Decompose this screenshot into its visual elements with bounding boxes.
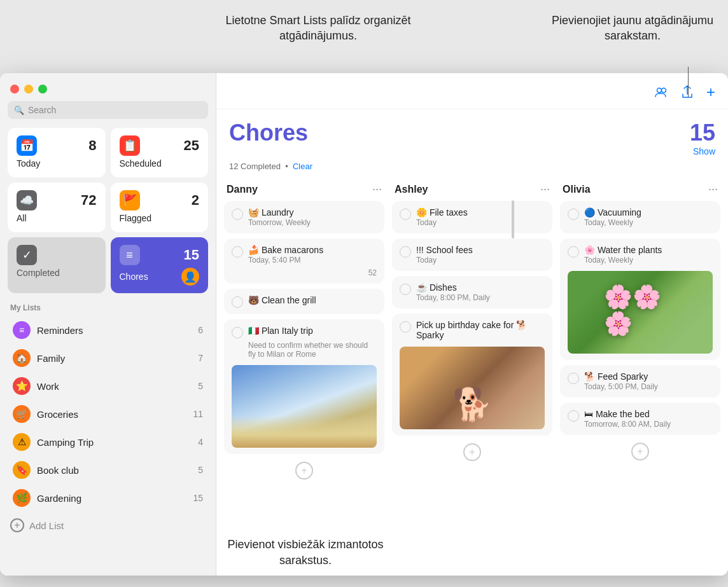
sidebar-item-family[interactable]: 🏠 Family 7 <box>3 344 213 372</box>
fees-checkbox[interactable] <box>400 246 411 258</box>
macarons-checkbox[interactable] <box>232 246 243 258</box>
flowers-image <box>568 271 713 354</box>
app-window: 🔍 Search 📅 8 Today 📋 25 Scheduled <box>0 73 728 576</box>
work-label: Work <box>37 381 192 392</box>
dog-image <box>400 347 545 429</box>
list-header: Chores 15 Show <box>216 109 728 162</box>
sidebar-item-work[interactable]: ⭐ Work 5 <box>3 372 213 400</box>
list-title: Chores <box>229 120 308 146</box>
chores-icon: ≡ <box>120 245 140 265</box>
groceries-count: 11 <box>193 409 203 419</box>
macarons-title: 🍰 Bake macarons <box>248 245 377 255</box>
main-content: + Chores 15 Show 12 Completed • Clear Da… <box>216 73 728 576</box>
sidebar-item-gardening[interactable]: 🌿 Gardening 15 <box>3 484 213 512</box>
completed-icon: ✓ <box>17 245 37 265</box>
gardening-label: Gardening <box>37 493 186 504</box>
ashley-add-reminder[interactable]: + <box>463 443 481 461</box>
laundry-checkbox[interactable] <box>232 209 243 220</box>
clear-link[interactable]: Clear <box>293 162 312 171</box>
italy-title: 🇮🇹 Plan Italy trip <box>248 326 377 336</box>
scrollbar[interactable] <box>512 200 514 238</box>
feed-checkbox[interactable] <box>568 373 579 384</box>
column-ashley: Ashley ··· 🌼 File taxes Today <box>392 179 552 568</box>
svg-point-0 <box>657 88 661 93</box>
reminder-taxes[interactable]: 🌼 File taxes Today <box>392 201 552 233</box>
sidebar-item-flagged[interactable]: 🚩 2 Flagged <box>111 183 209 232</box>
dishes-sub: Today, 8:00 PM, Daily <box>416 293 545 302</box>
macarons-badge: 52 <box>232 268 377 277</box>
dishes-title: ☕ Dishes <box>416 282 545 293</box>
reminder-cake[interactable]: Pick up birthday cake for 🐕 Sparky <box>392 314 552 436</box>
column-danny: Danny ··· 🧺 Laundry Tomorrow, Weekly <box>224 179 384 568</box>
plants-checkbox[interactable] <box>568 246 579 258</box>
reminder-bed[interactable]: 🛏 Make the bed Tomorrow, 8:00 AM, Daily <box>560 403 720 435</box>
reminder-laundry[interactable]: 🧺 Laundry Tomorrow, Weekly <box>224 201 384 233</box>
taxes-checkbox[interactable] <box>400 209 411 220</box>
sidebar-item-groceries[interactable]: 🛒 Groceries 11 <box>3 400 213 428</box>
camping-count: 4 <box>198 437 203 447</box>
sidebar-item-camping[interactable]: ⚠ Camping Trip 4 <box>3 428 213 456</box>
sidebar-item-all[interactable]: ☁️ 72 All <box>8 183 106 232</box>
reminder-italy[interactable]: 🇮🇹 Plan Italy trip Need to confirm wheth… <box>224 319 384 454</box>
column-header-ashley: Ashley ··· <box>392 179 552 201</box>
minimize-button[interactable] <box>24 85 33 93</box>
vacuuming-checkbox[interactable] <box>568 209 579 220</box>
camping-label: Camping Trip <box>37 437 192 448</box>
maximize-button[interactable] <box>38 85 47 93</box>
reminders-label: Reminders <box>37 325 192 336</box>
ashley-menu-button[interactable]: ··· <box>540 183 550 196</box>
reminder-dishes[interactable]: ☕ Dishes Today, 8:00 PM, Daily <box>392 276 552 308</box>
reminder-macarons[interactable]: 🍰 Bake macarons Today, 5:40 PM 52 <box>224 238 384 284</box>
bed-checkbox[interactable] <box>568 410 579 422</box>
add-list-button[interactable]: + Add List <box>0 513 216 537</box>
sidebar-item-completed[interactable]: ✓ Completed <box>8 237 106 293</box>
add-reminder-button[interactable]: + <box>704 81 718 104</box>
search-bar[interactable]: 🔍 Search <box>8 101 208 119</box>
italy-checkbox[interactable] <box>232 327 243 338</box>
sidebar-item-scheduled[interactable]: 📋 25 Scheduled <box>111 128 209 177</box>
cake-title: Pick up birthday cake for 🐕 Sparky <box>416 320 545 340</box>
danny-add-reminder[interactable]: + <box>295 462 313 480</box>
flagged-icon: 🚩 <box>120 190 140 211</box>
all-icon: ☁️ <box>17 190 37 211</box>
sidebar-item-today[interactable]: 📅 8 Today <box>8 128 106 177</box>
feed-sub: Today, 5:00 PM, Daily <box>584 382 713 391</box>
today-icon: 📅 <box>17 135 37 156</box>
sidebar: 🔍 Search 📅 8 Today 📋 25 Scheduled <box>0 73 216 576</box>
show-link[interactable]: Show <box>690 146 715 156</box>
today-label: Today <box>17 158 97 169</box>
reminder-grill[interactable]: 🐻 Clean the grill <box>224 289 384 314</box>
reminder-school-fees[interactable]: !!! School fees Today <box>392 238 552 271</box>
olivia-header-name: Olivia <box>563 184 591 195</box>
reminder-feed-sparky[interactable]: 🐕 Feed Sparky Today, 5:00 PM, Daily <box>560 365 720 397</box>
toolbar: + <box>216 73 728 109</box>
dishes-checkbox[interactable] <box>400 284 411 295</box>
fees-sub: Today <box>416 256 545 265</box>
gardening-count: 15 <box>193 493 203 503</box>
cake-checkbox[interactable] <box>400 321 411 333</box>
search-icon: 🔍 <box>14 106 24 115</box>
completed-label: Completed <box>17 268 97 278</box>
groceries-label: Groceries <box>37 409 186 420</box>
window-controls <box>0 73 216 101</box>
sidebar-item-reminders[interactable]: ≡ Reminders 6 <box>3 316 213 344</box>
taxes-title: 🌼 File taxes <box>416 207 545 218</box>
column-header-danny: Danny ··· <box>224 179 384 201</box>
collab-button[interactable] <box>652 83 671 102</box>
olivia-menu-button[interactable]: ··· <box>708 183 718 196</box>
reminder-vacuuming[interactable]: 🔵 Vacuuming Today, Weekly <box>560 201 720 233</box>
collab-icon <box>654 85 668 99</box>
bed-title: 🛏 Make the bed <box>584 409 713 419</box>
danny-menu-button[interactable]: ··· <box>372 183 382 196</box>
sidebar-item-bookclub[interactable]: 🔖 Book club 5 <box>3 456 213 484</box>
chores-count: 15 <box>184 247 199 263</box>
my-lists-header: My Lists <box>0 301 216 316</box>
sidebar-item-chores[interactable]: ≡ 15 Chores 👤 <box>111 237 209 293</box>
list-meta: 12 Completed • Clear <box>216 162 728 179</box>
olivia-add-reminder[interactable]: + <box>631 443 649 460</box>
reminders-icon: ≡ <box>13 321 31 339</box>
share-button[interactable] <box>678 83 696 102</box>
reminder-plants[interactable]: 🌸 Water the plants Today, Weekly <box>560 238 720 360</box>
grill-checkbox[interactable] <box>232 296 243 308</box>
close-button[interactable] <box>10 85 19 93</box>
